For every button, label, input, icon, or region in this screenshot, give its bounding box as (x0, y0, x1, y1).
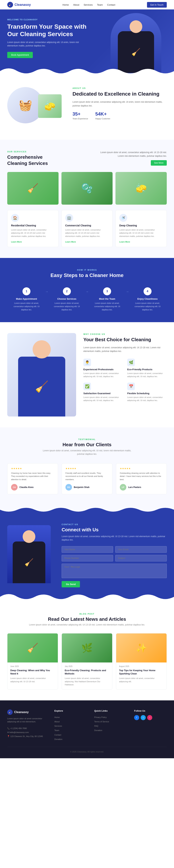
how-title: Easy Steps to a Cleaner Home (7, 273, 167, 278)
footer-explore-home[interactable]: Home (55, 715, 87, 719)
why-tag: Why Choose Us (83, 333, 167, 335)
blog-post-title-1: Eco-Friendly Cleaning: Products and Meth… (65, 669, 109, 675)
hero-title: Transform Your Space with Our Cleaning S… (7, 23, 87, 38)
services-images: 🧹 🫧 🧽 (7, 172, 167, 205)
why-image: 🧹 (7, 333, 76, 416)
service-card-title-0: Residential Cleaning (11, 224, 55, 227)
form-subject-input[interactable] (115, 555, 167, 561)
blog-post-desc-2: Lorem ipsum dolor sit amet, consectetur … (119, 677, 164, 683)
form-email-input[interactable] (115, 546, 167, 553)
testimonial-tag: Testimonial (7, 438, 167, 440)
blog-description: Lorem ipsum dolor sit amet, consectetur … (7, 623, 167, 626)
stat-years-num: 35+ (72, 111, 88, 117)
author-name-1: Benjamin Shah (74, 486, 90, 489)
how-tag: How It Works (7, 269, 167, 271)
testimonial-card-2: ★★★★★ Outstanding cleaning service with … (116, 463, 167, 495)
step-title-1: Choose Services (51, 298, 83, 300)
stat-years-label: Years Experience (72, 118, 88, 120)
service-card-desc-0: Lorem ipsum dolor sit amet, consectetur … (11, 228, 55, 238)
blog-cards: 🧹 June 2025 Deep Cleaning: When and Why … (7, 633, 167, 689)
hero-cloud-bottom (0, 66, 174, 76)
nav-cta-button[interactable]: Get In Touch (147, 2, 167, 8)
nav-contact[interactable]: Contact (107, 3, 115, 6)
testimonial-description: Lorem ipsum dolor sit amet, consectetur … (42, 449, 132, 456)
service-card-1: 🏢 Commercial Cleaning Lorem ipsum dolor … (62, 210, 113, 247)
nav-team[interactable]: Team (97, 3, 103, 6)
footer-explore-services[interactable]: Services (55, 724, 87, 728)
testimonial-author-0: CA Claudia Alves (11, 484, 54, 491)
footer-faq[interactable]: FAQ (94, 724, 127, 728)
why-item-1: 🌿 Eco-Friendly Products Lorem ipsum dolo… (127, 359, 167, 378)
blog-post-title-2: Top Tips for Keeping Your Home Sparkling… (119, 669, 164, 675)
footer-social-col: Follow Us f t i (134, 709, 167, 741)
cloud-to-blue (0, 505, 174, 514)
blog-title: Read Our Latest News and Articles (7, 616, 167, 622)
footer-explore-donation[interactable]: Donation (55, 737, 87, 741)
stat-years: 35+ Years Experience (72, 111, 88, 120)
step-desc-3: Lorem ipsum dolor sit amet, consectetur … (132, 302, 163, 311)
hero-cta-button[interactable]: Book Appointment (7, 52, 33, 58)
why-item-2: ✅ Satisfaction Guaranteed Lorem ipsum do… (83, 382, 123, 402)
step-title-0: Make Appointment (11, 298, 42, 300)
form-phone-input[interactable] (62, 555, 113, 561)
nav-about[interactable]: About (73, 3, 79, 6)
services-more-button[interactable]: See More (151, 160, 167, 166)
service-card-link-2[interactable]: Learn More (119, 241, 130, 243)
blog-post-title-0: Deep Cleaning: When and Why You Need It (10, 669, 55, 675)
hero-image: 🧹 (109, 11, 163, 73)
step-num-1: 2 (63, 287, 71, 295)
author-avatar-1: BS (65, 484, 72, 491)
about-tag: About Us (72, 87, 167, 89)
service-img-3: 🧽 (115, 172, 167, 205)
testimonial-cards: ★★★★★ Cleaning my home has never been th… (7, 463, 167, 495)
step-desc-0: Lorem ipsum dolor sit amet, consectetur … (11, 302, 42, 311)
author-name-2: Lars Peeters (128, 486, 141, 489)
footer-contact-info: 📞 +1 (234) 456-7890 ✉ hello@cleanasoy.co… (7, 726, 47, 738)
connect-content: Contact Us Connect with Us Lorem ipsum d… (62, 522, 167, 587)
connect-image: 🧹 (7, 522, 55, 583)
blog-section: Blog Post Read Our Latest News and Artic… (0, 602, 174, 701)
footer-logo-text: Cleanasoy (14, 711, 29, 714)
twitter-icon[interactable]: t (141, 715, 146, 720)
footer-explore-about[interactable]: About (55, 719, 87, 724)
nav-home[interactable]: Home (63, 3, 69, 6)
footer-donation[interactable]: Donation (94, 728, 127, 733)
services-description: Lorem ipsum dolor sit amet, consectetur … (98, 151, 167, 158)
footer-explore-contact[interactable]: Contact (55, 733, 87, 737)
footer-privacy[interactable]: Privacy Policy (94, 715, 127, 719)
step-2: 3 Meet the Team Lorem ipsum dolor sit am… (90, 287, 125, 311)
nav-services[interactable]: Services (83, 3, 93, 6)
footer-explore-col: Explore Home About Services Team Contact… (55, 709, 87, 741)
service-card-link-0[interactable]: Learn More (11, 241, 22, 243)
footer-top: 🧹 Cleanasoy Lorem ipsum dolor sit amet c… (7, 709, 167, 741)
instagram-icon[interactable]: i (147, 715, 152, 720)
blog-post-desc-1: Lorem ipsum dolor sit amet, consectetur … (65, 677, 109, 686)
service-card-icon-1: 🏢 (65, 214, 73, 222)
footer-phone: 📞 +1 (234) 456-7890 (7, 726, 47, 730)
why-item-desc-2: Lorem ipsum dolor sit amet, consectetur … (83, 396, 123, 402)
service-card-link-1[interactable]: Learn More (65, 241, 76, 243)
why-section: 🧹 Why Choose Us Your Best Choice for Cle… (0, 322, 174, 427)
service-img-2: 🫧 (62, 172, 113, 205)
form-message-input[interactable] (62, 564, 167, 578)
footer-terms[interactable]: Terms of Service (94, 719, 127, 724)
form-name-input[interactable] (62, 546, 113, 553)
blog-card-0: 🧹 June 2025 Deep Cleaning: When and Why … (7, 633, 58, 689)
about-secondary-image: 🧽 (38, 94, 62, 118)
facebook-icon[interactable]: f (134, 715, 139, 720)
footer-explore-team[interactable]: Team (55, 728, 87, 733)
connect-cloud-bottom (0, 591, 174, 602)
testimonial-card-0: ★★★★★ Cleaning my home has never been th… (7, 463, 58, 495)
services-header-right: Lorem ipsum dolor sit amet, consectetur … (98, 151, 167, 166)
blog-tag: Blog Post (7, 613, 167, 615)
about-title: Dedicated to Excellence in Cleaning (72, 91, 167, 97)
testimonial-author-2: LP Lars Peeters (120, 484, 163, 491)
service-cards: 🏠 Residential Cleaning Lorem ipsum dolor… (7, 210, 167, 247)
form-submit-button[interactable]: Go Send (62, 581, 80, 587)
services-tag: Our Services (7, 151, 58, 153)
nav-logo-text: Cleanasoy (14, 3, 31, 7)
testimonial-card-1: ★★★★★ Friendly staff and excellent resul… (62, 463, 112, 495)
service-img-1: 🧹 (7, 172, 59, 205)
footer-cols: Explore Home About Services Team Contact… (55, 709, 167, 741)
why-item-0: 👨‍💼 Experienced Professionals Lorem ipsu… (83, 359, 123, 378)
